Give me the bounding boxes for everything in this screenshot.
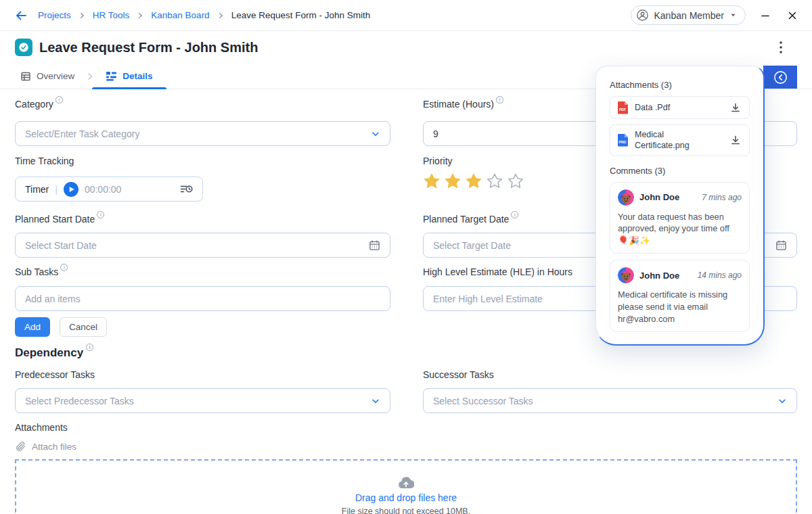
star-icon[interactable]	[465, 172, 482, 190]
sub-task-field[interactable]	[15, 286, 390, 311]
attachments-comments-panel: Attachments (3) PDF Data .Pdf PNG Medica…	[595, 66, 765, 346]
sub-tasks-label: Sub Tasksi	[15, 266, 68, 277]
person-icon	[637, 9, 648, 21]
tab-overview[interactable]: Overview	[20, 71, 74, 82]
successor-label: Successor Tasks	[423, 369, 494, 380]
tab-overview-label: Overview	[37, 71, 74, 81]
info-icon: i	[97, 211, 104, 218]
dropzone-title: Drag and drop files here	[355, 492, 457, 503]
attachment-row-pdf[interactable]: PDF Data .Pdf	[610, 96, 750, 119]
star-icon[interactable]	[486, 172, 503, 190]
comment-author: John Doe	[639, 271, 679, 281]
chevron-right-icon	[85, 72, 95, 81]
tab-details[interactable]: Details	[106, 71, 152, 81]
member-role-dropdown[interactable]: Kanban Member	[631, 5, 746, 25]
successor-input[interactable]	[433, 396, 772, 406]
panel-comments-header: Comments (3)	[610, 166, 750, 176]
breadcrumb-kanban-board[interactable]: Kanban Board	[151, 10, 209, 20]
top-bar: Projects HR Tools Kanban Board Leave Req…	[0, 0, 812, 31]
panel-attachments-header: Attachments (3)	[610, 80, 750, 90]
kebab-menu-icon	[780, 41, 782, 53]
chevron-down-icon[interactable]	[777, 396, 787, 406]
timer-divider: |	[55, 184, 58, 195]
category-label: Categoryi	[15, 99, 63, 110]
back-button[interactable]	[12, 7, 30, 24]
add-button[interactable]: Add	[15, 317, 50, 337]
comment-card: John Doe 7 mins ago Your data request ha…	[610, 182, 750, 254]
avatar	[618, 267, 634, 283]
breadcrumb-projects[interactable]: Projects	[38, 10, 71, 20]
back-arrow-icon	[15, 9, 27, 22]
predecessor-select[interactable]	[15, 388, 390, 413]
time-tracking-label: Time Tracking	[15, 156, 74, 166]
time-log-icon[interactable]	[180, 183, 193, 195]
successor-select[interactable]	[423, 388, 797, 413]
planned-start-input[interactable]	[25, 240, 363, 251]
svg-text:PNG: PNG	[619, 140, 627, 144]
info-icon: i	[55, 96, 63, 103]
svg-text:PDF: PDF	[619, 108, 626, 112]
chevron-down-icon[interactable]	[371, 129, 380, 139]
attachment-name: Data .Pdf	[635, 102, 670, 113]
comment-author: John Doe	[639, 192, 679, 202]
download-button[interactable]	[729, 133, 742, 147]
chevron-right-icon	[217, 11, 225, 20]
chevron-down-icon[interactable]	[371, 396, 380, 406]
hle-label: High Level Estimate (HLE) in Hours	[423, 266, 572, 277]
star-icon[interactable]	[444, 172, 461, 190]
comment-time: 14 mins ago	[698, 271, 742, 280]
png-file-icon: PNG	[617, 133, 629, 147]
attachments-label: Attachments	[15, 422, 68, 433]
planned-target-label: Planned Target Datei	[423, 214, 518, 225]
breadcrumb: Projects HR Tools Kanban Board Leave Req…	[38, 10, 370, 20]
comment-card: John Doe 14 mins ago Medical certificate…	[610, 260, 750, 332]
minimize-button[interactable]	[758, 8, 773, 23]
star-icon[interactable]	[507, 172, 524, 190]
caret-down-icon	[729, 11, 737, 19]
active-tab-underline	[92, 87, 166, 89]
sub-task-input[interactable]	[25, 294, 380, 304]
attachment-name: Medical Certificate.png	[635, 129, 710, 151]
predecessor-input[interactable]	[25, 396, 365, 406]
cancel-button[interactable]: Cancel	[60, 317, 107, 337]
paperclip-icon	[15, 441, 26, 452]
planned-start-field[interactable]	[15, 233, 390, 258]
more-options-button[interactable]	[774, 39, 788, 56]
close-button[interactable]	[785, 8, 800, 23]
info-icon: i	[511, 211, 518, 218]
file-dropzone[interactable]: Drag and drop files here File size shoul…	[15, 459, 797, 514]
dependency-heading: Dependencyi	[15, 346, 93, 360]
page-title: Leave Request Form - John Smith	[39, 40, 258, 55]
star-icon[interactable]	[423, 172, 441, 190]
predecessor-label: Predecessor Tasks	[15, 369, 95, 380]
comment-text: Your data request has been approved, enj…	[618, 211, 742, 247]
chevron-right-icon	[136, 11, 144, 20]
title-row: Leave Request Form - John Smith	[0, 31, 812, 64]
calendar-icon[interactable]	[775, 239, 787, 251]
category-input[interactable]	[25, 128, 365, 139]
avatar	[618, 189, 634, 206]
timer-value: 00:00:00	[85, 184, 174, 195]
dropzone-note: File size should not exceed 10MB.	[342, 507, 470, 514]
chevron-right-icon	[78, 11, 86, 20]
download-icon	[730, 102, 741, 113]
attachment-row-png[interactable]: PNG Medical Certificate.png	[610, 124, 750, 156]
category-select[interactable]	[15, 121, 390, 146]
breadcrumb-hr-tools[interactable]: HR Tools	[93, 10, 130, 20]
play-button-icon[interactable]	[64, 182, 78, 197]
comment-time: 7 mins ago	[702, 193, 742, 202]
details-list-icon	[106, 71, 117, 81]
comment-text: Medical certificate is missing please se…	[618, 289, 742, 325]
tab-details-label: Details	[122, 71, 152, 81]
task-check-icon	[15, 39, 32, 56]
priority-label: Priority	[423, 156, 453, 166]
upload-cloud-icon	[398, 475, 414, 489]
download-button[interactable]	[729, 101, 742, 114]
attach-files-button[interactable]: Attach files	[15, 441, 76, 452]
panel-collapse-button[interactable]	[763, 66, 797, 89]
calendar-icon[interactable]	[369, 239, 380, 251]
overview-table-icon	[20, 71, 31, 82]
download-icon	[730, 135, 741, 145]
info-icon: i	[86, 344, 93, 351]
info-icon: i	[496, 96, 503, 103]
